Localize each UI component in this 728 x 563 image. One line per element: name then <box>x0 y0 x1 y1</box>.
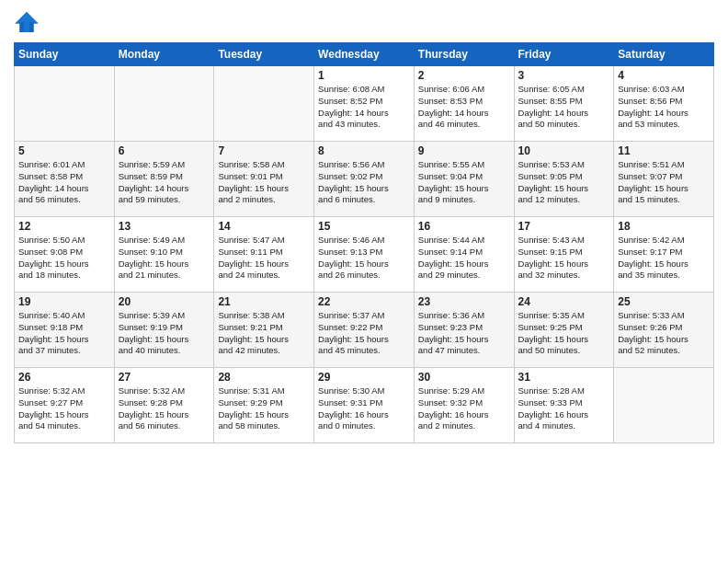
day-cell-31: 31Sunrise: 5:28 AM Sunset: 9:33 PM Dayli… <box>514 368 614 443</box>
day-info: Sunrise: 5:36 AM Sunset: 9:23 PM Dayligh… <box>418 310 510 357</box>
day-info: Sunrise: 5:42 AM Sunset: 9:17 PM Dayligh… <box>618 235 710 282</box>
weekday-tuesday: Tuesday <box>214 43 314 66</box>
day-cell-11: 11Sunrise: 5:51 AM Sunset: 9:07 PM Dayli… <box>614 142 714 217</box>
day-info: Sunrise: 5:59 AM Sunset: 8:59 PM Dayligh… <box>119 159 210 206</box>
day-number: 13 <box>119 220 210 233</box>
day-info: Sunrise: 6:06 AM Sunset: 8:53 PM Dayligh… <box>418 84 510 131</box>
day-cell-7: 7Sunrise: 5:58 AM Sunset: 9:01 PM Daylig… <box>214 142 314 217</box>
day-number: 18 <box>618 220 710 233</box>
weekday-thursday: Thursday <box>414 43 514 66</box>
empty-cell <box>614 368 714 443</box>
weekday-header-row: SundayMondayTuesdayWednesdayThursdayFrid… <box>15 43 714 66</box>
weekday-monday: Monday <box>114 43 214 66</box>
day-number: 23 <box>418 295 510 308</box>
day-info: Sunrise: 5:35 AM Sunset: 9:25 PM Dayligh… <box>518 310 610 357</box>
day-number: 27 <box>119 371 210 384</box>
day-cell-25: 25Sunrise: 5:33 AM Sunset: 9:26 PM Dayli… <box>614 293 714 368</box>
day-cell-23: 23Sunrise: 5:36 AM Sunset: 9:23 PM Dayli… <box>414 293 514 368</box>
day-info: Sunrise: 5:44 AM Sunset: 9:14 PM Dayligh… <box>418 235 510 282</box>
day-cell-26: 26Sunrise: 5:32 AM Sunset: 9:27 PM Dayli… <box>15 368 115 443</box>
week-row-3: 12Sunrise: 5:50 AM Sunset: 9:08 PM Dayli… <box>15 217 714 293</box>
day-number: 25 <box>618 295 710 308</box>
weekday-wednesday: Wednesday <box>314 43 415 66</box>
day-number: 7 <box>218 144 310 157</box>
day-info: Sunrise: 5:40 AM Sunset: 9:18 PM Dayligh… <box>18 310 110 357</box>
day-cell-16: 16Sunrise: 5:44 AM Sunset: 9:14 PM Dayli… <box>414 217 514 293</box>
logo-icon <box>14 9 40 35</box>
day-number: 9 <box>418 144 510 157</box>
day-cell-15: 15Sunrise: 5:46 AM Sunset: 9:13 PM Dayli… <box>314 217 415 293</box>
day-cell-12: 12Sunrise: 5:50 AM Sunset: 9:08 PM Dayli… <box>15 217 115 293</box>
day-number: 11 <box>618 144 710 157</box>
day-number: 29 <box>318 371 410 384</box>
day-info: Sunrise: 5:46 AM Sunset: 9:13 PM Dayligh… <box>318 235 410 282</box>
day-number: 10 <box>518 144 610 157</box>
calendar-table: SundayMondayTuesdayWednesdayThursdayFrid… <box>14 42 714 443</box>
day-cell-30: 30Sunrise: 5:29 AM Sunset: 9:32 PM Dayli… <box>414 368 514 443</box>
day-info: Sunrise: 5:43 AM Sunset: 9:15 PM Dayligh… <box>518 235 610 282</box>
week-row-4: 19Sunrise: 5:40 AM Sunset: 9:18 PM Dayli… <box>15 293 714 368</box>
day-number: 1 <box>318 69 410 82</box>
day-cell-5: 5Sunrise: 6:01 AM Sunset: 8:58 PM Daylig… <box>15 142 115 217</box>
day-cell-28: 28Sunrise: 5:31 AM Sunset: 9:29 PM Dayli… <box>214 368 314 443</box>
day-info: Sunrise: 5:28 AM Sunset: 9:33 PM Dayligh… <box>518 385 610 432</box>
weekday-friday: Friday <box>514 43 614 66</box>
day-cell-21: 21Sunrise: 5:38 AM Sunset: 9:21 PM Dayli… <box>214 293 314 368</box>
day-cell-9: 9Sunrise: 5:55 AM Sunset: 9:04 PM Daylig… <box>414 142 514 217</box>
day-cell-18: 18Sunrise: 5:42 AM Sunset: 9:17 PM Dayli… <box>614 217 714 293</box>
day-number: 4 <box>618 69 710 82</box>
weekday-saturday: Saturday <box>614 43 714 66</box>
day-info: Sunrise: 5:53 AM Sunset: 9:05 PM Dayligh… <box>518 159 610 206</box>
day-info: Sunrise: 5:32 AM Sunset: 9:27 PM Dayligh… <box>18 385 110 432</box>
day-cell-24: 24Sunrise: 5:35 AM Sunset: 9:25 PM Dayli… <box>514 293 614 368</box>
logo <box>14 9 43 35</box>
weekday-sunday: Sunday <box>15 43 115 66</box>
day-number: 21 <box>218 295 310 308</box>
svg-marker-1 <box>16 12 39 32</box>
day-info: Sunrise: 6:03 AM Sunset: 8:56 PM Dayligh… <box>618 84 710 131</box>
day-info: Sunrise: 6:08 AM Sunset: 8:52 PM Dayligh… <box>318 84 410 131</box>
day-number: 26 <box>18 371 110 384</box>
day-cell-27: 27Sunrise: 5:32 AM Sunset: 9:28 PM Dayli… <box>114 368 214 443</box>
day-info: Sunrise: 5:51 AM Sunset: 9:07 PM Dayligh… <box>618 159 710 206</box>
day-info: Sunrise: 6:05 AM Sunset: 8:55 PM Dayligh… <box>518 84 610 131</box>
week-row-2: 5Sunrise: 6:01 AM Sunset: 8:58 PM Daylig… <box>15 142 714 217</box>
calendar-page: SundayMondayTuesdayWednesdayThursdayFrid… <box>0 0 728 563</box>
day-cell-14: 14Sunrise: 5:47 AM Sunset: 9:11 PM Dayli… <box>214 217 314 293</box>
day-cell-22: 22Sunrise: 5:37 AM Sunset: 9:22 PM Dayli… <box>314 293 415 368</box>
empty-cell <box>114 66 214 142</box>
day-cell-3: 3Sunrise: 6:05 AM Sunset: 8:55 PM Daylig… <box>514 66 614 142</box>
day-number: 8 <box>318 144 410 157</box>
day-cell-1: 1Sunrise: 6:08 AM Sunset: 8:52 PM Daylig… <box>314 66 415 142</box>
day-info: Sunrise: 5:29 AM Sunset: 9:32 PM Dayligh… <box>418 385 510 432</box>
day-number: 24 <box>518 295 610 308</box>
day-number: 3 <box>518 69 610 82</box>
empty-cell <box>15 66 115 142</box>
day-info: Sunrise: 5:39 AM Sunset: 9:19 PM Dayligh… <box>119 310 210 357</box>
day-cell-8: 8Sunrise: 5:56 AM Sunset: 9:02 PM Daylig… <box>314 142 415 217</box>
day-number: 19 <box>18 295 110 308</box>
day-info: Sunrise: 5:32 AM Sunset: 9:28 PM Dayligh… <box>119 385 210 432</box>
day-number: 30 <box>418 371 510 384</box>
day-info: Sunrise: 5:31 AM Sunset: 9:29 PM Dayligh… <box>218 385 310 432</box>
day-cell-4: 4Sunrise: 6:03 AM Sunset: 8:56 PM Daylig… <box>614 66 714 142</box>
day-cell-19: 19Sunrise: 5:40 AM Sunset: 9:18 PM Dayli… <box>15 293 115 368</box>
day-info: Sunrise: 5:49 AM Sunset: 9:10 PM Dayligh… <box>119 235 210 282</box>
day-info: Sunrise: 5:47 AM Sunset: 9:11 PM Dayligh… <box>218 235 310 282</box>
day-number: 6 <box>119 144 210 157</box>
day-cell-2: 2Sunrise: 6:06 AM Sunset: 8:53 PM Daylig… <box>414 66 514 142</box>
empty-cell <box>214 66 314 142</box>
day-info: Sunrise: 5:37 AM Sunset: 9:22 PM Dayligh… <box>318 310 410 357</box>
day-cell-6: 6Sunrise: 5:59 AM Sunset: 8:59 PM Daylig… <box>114 142 214 217</box>
week-row-1: 1Sunrise: 6:08 AM Sunset: 8:52 PM Daylig… <box>15 66 714 142</box>
day-info: Sunrise: 5:56 AM Sunset: 9:02 PM Dayligh… <box>318 159 410 206</box>
header <box>14 9 714 35</box>
day-info: Sunrise: 5:58 AM Sunset: 9:01 PM Dayligh… <box>218 159 310 206</box>
day-number: 14 <box>218 220 310 233</box>
day-info: Sunrise: 5:30 AM Sunset: 9:31 PM Dayligh… <box>318 385 410 432</box>
day-cell-17: 17Sunrise: 5:43 AM Sunset: 9:15 PM Dayli… <box>514 217 614 293</box>
day-info: Sunrise: 5:33 AM Sunset: 9:26 PM Dayligh… <box>618 310 710 357</box>
day-info: Sunrise: 5:50 AM Sunset: 9:08 PM Dayligh… <box>18 235 110 282</box>
day-number: 16 <box>418 220 510 233</box>
day-number: 20 <box>119 295 210 308</box>
